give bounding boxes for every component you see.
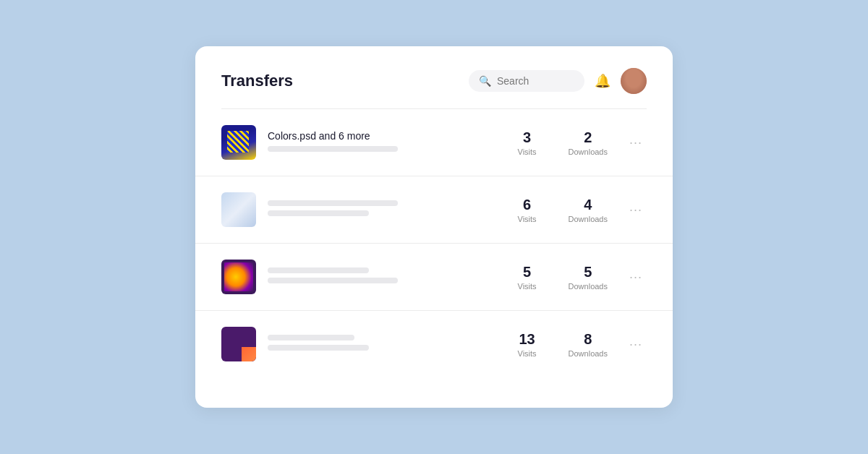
visits-label: Visits [509, 147, 545, 156]
downloads-label: Downloads [569, 349, 608, 358]
downloads-count: 8 [569, 330, 608, 348]
more-options-button[interactable]: ··· [625, 132, 647, 153]
visits-label: Visits [509, 349, 545, 358]
visits-label: Visits [509, 282, 545, 291]
visits-count: 13 [509, 330, 545, 348]
more-options-button[interactable]: ··· [625, 267, 647, 288]
transfer-info [268, 200, 498, 220]
more-options-button[interactable]: ··· [625, 334, 647, 355]
search-icon: 🔍 [479, 75, 491, 87]
transfer-stats: 6 Visits 4 Downloads [509, 196, 608, 223]
transfer-info [268, 267, 498, 287]
transfer-item: Colors.psd and 6 more 3 Visits 2 Downloa… [195, 109, 673, 176]
visits-count: 6 [509, 196, 545, 213]
transfer-info: Colors.psd and 6 more [268, 130, 498, 155]
skeleton-bar [268, 278, 398, 283]
page-title: Transfers [221, 72, 293, 90]
downloads-count: 5 [569, 263, 608, 280]
transfer-stats: 3 Visits 2 Downloads [509, 129, 608, 156]
visits-stat: 13 Visits [509, 330, 545, 358]
downloads-label: Downloads [569, 215, 608, 223]
downloads-label: Downloads [569, 147, 608, 156]
transfer-list: Colors.psd and 6 more 3 Visits 2 Downloa… [195, 109, 673, 377]
skeleton-bar [268, 200, 398, 206]
downloads-count: 2 [569, 129, 608, 146]
visits-stat: 5 Visits [509, 263, 545, 291]
transfer-thumbnail [221, 327, 256, 361]
skeleton-bar [268, 345, 369, 351]
transfer-item: 6 Visits 4 Downloads ··· [195, 176, 673, 244]
downloads-stat: 2 Downloads [569, 129, 608, 156]
more-options-button[interactable]: ··· [625, 200, 647, 220]
visits-count: 5 [509, 263, 545, 280]
transfer-item: 5 Visits 5 Downloads ··· [195, 244, 673, 311]
transfer-item: 13 Visits 8 Downloads ··· [195, 311, 673, 377]
downloads-count: 4 [569, 196, 608, 213]
transfers-card: Transfers 🔍 🔔 Colors.psd and 6 more 3 [195, 46, 673, 408]
header-actions: 🔍 🔔 [469, 68, 647, 94]
visits-stat: 3 Visits [509, 129, 545, 156]
transfer-thumbnail [221, 260, 256, 294]
visits-count: 3 [509, 129, 545, 146]
downloads-label: Downloads [569, 282, 608, 291]
search-input[interactable] [497, 75, 574, 87]
skeleton-bar [268, 146, 398, 152]
search-box[interactable]: 🔍 [469, 70, 584, 92]
header: Transfers 🔍 🔔 [195, 46, 673, 108]
transfer-thumbnail [221, 125, 256, 160]
avatar[interactable] [621, 68, 647, 94]
transfer-thumbnail [221, 192, 256, 227]
downloads-stat: 5 Downloads [569, 263, 608, 291]
avatar-image [621, 68, 647, 94]
notification-bell-icon[interactable]: 🔔 [595, 73, 610, 89]
transfer-name: Colors.psd and 6 more [268, 130, 498, 142]
transfer-stats: 13 Visits 8 Downloads [509, 330, 608, 358]
visits-stat: 6 Visits [509, 196, 545, 223]
transfer-info [268, 335, 498, 354]
downloads-stat: 8 Downloads [569, 330, 608, 358]
skeleton-bar [268, 335, 354, 340]
downloads-stat: 4 Downloads [569, 196, 608, 223]
visits-label: Visits [509, 215, 545, 223]
transfer-stats: 5 Visits 5 Downloads [509, 263, 608, 291]
skeleton-bar [268, 210, 369, 216]
skeleton-bar [268, 267, 369, 273]
